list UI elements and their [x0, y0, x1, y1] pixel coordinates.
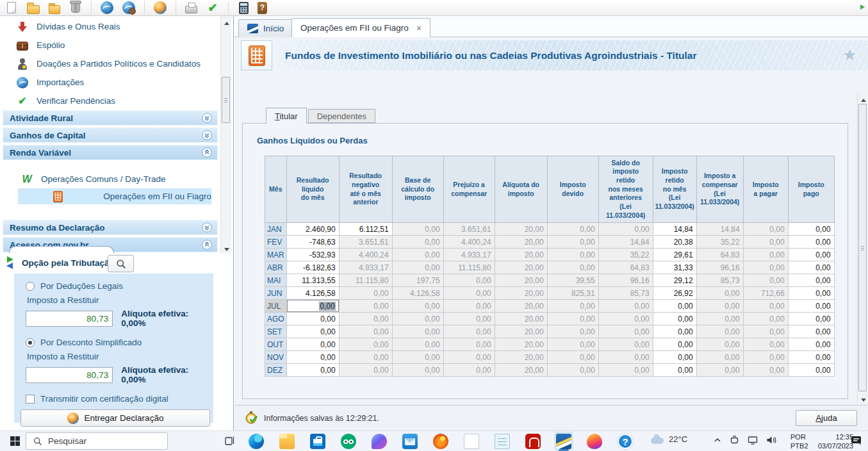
value-cell[interactable]: 0,00	[286, 351, 339, 364]
value-cell[interactable]: 0,00	[788, 287, 834, 300]
certificate-checkbox[interactable]	[26, 395, 35, 404]
value-cell[interactable]: 0,00	[788, 351, 834, 364]
value-cell[interactable]: -6.182,63	[286, 261, 339, 274]
value-cell[interactable]: 0,00	[788, 261, 834, 274]
tray-chevron-up-icon[interactable]	[714, 436, 721, 444]
sidebar-item[interactable]: Dívidas e Onus Reais	[0, 17, 220, 36]
chevron-down-icon[interactable]	[202, 130, 212, 140]
volume-icon[interactable]	[766, 436, 777, 445]
imposto-restituir-field[interactable]: 80,73	[26, 367, 113, 383]
taskbar-app-edge[interactable]	[247, 432, 266, 451]
tray-device-icon[interactable]	[730, 435, 739, 445]
taskbar-app-designer[interactable]	[370, 432, 389, 451]
language-indicator[interactable]: POR PTB2	[790, 433, 808, 451]
certificate-checkbox-row[interactable]: Transmitir com certificação digital	[26, 394, 213, 404]
tab-inicio[interactable]: Início	[238, 19, 293, 37]
value-cell[interactable]: 31,33	[653, 261, 696, 274]
value-cell[interactable]: 0,00	[286, 325, 339, 338]
value-cell[interactable]: -748,63	[286, 236, 339, 249]
value-cell[interactable]: 0,00	[788, 325, 834, 338]
main-scrollbar[interactable]	[857, 93, 868, 404]
taskbar-app-firefox[interactable]	[431, 432, 450, 451]
chevron-up-icon[interactable]	[202, 147, 212, 158]
scroll-down-arrow-icon[interactable]	[858, 394, 867, 404]
value-cell[interactable]: 26,92	[653, 287, 696, 300]
weather-widget[interactable]: 22°C	[651, 434, 687, 444]
value-cell[interactable]: 6.112,51	[339, 223, 392, 236]
value-cell[interactable]: 2.460,90	[286, 223, 339, 236]
value-cell[interactable]: 0,00	[788, 364, 834, 377]
value-cell[interactable]: 11.313,55	[286, 274, 339, 287]
taskbar-app-notepad[interactable]	[493, 432, 512, 451]
sidebar-scrollbar[interactable]	[220, 16, 231, 253]
value-cell[interactable]: 0,00	[788, 236, 834, 249]
tributacao-search-button[interactable]	[108, 255, 134, 272]
scroll-down-arrow-icon[interactable]	[222, 243, 231, 253]
value-cell[interactable]: 14,84	[653, 223, 696, 236]
value-cell[interactable]: 0,00	[653, 351, 696, 364]
value-cell[interactable]: 0,00	[286, 338, 339, 351]
task-view-button[interactable]	[225, 436, 236, 448]
value-cell[interactable]: 0,00	[653, 364, 696, 377]
tab-operacoes-fii[interactable]: Operações em FII ou Fiagro ×	[291, 18, 430, 37]
value-cell[interactable]: -532,93	[286, 249, 339, 261]
folder-icon[interactable]	[49, 5, 60, 14]
value-cell[interactable]: 0,00	[286, 300, 339, 313]
receita-online-icon[interactable]	[101, 1, 113, 14]
value-cell[interactable]: 0,00	[788, 274, 834, 287]
chevron-up-icon[interactable]	[202, 240, 212, 250]
value-cell[interactable]: 0,00	[653, 300, 696, 313]
value-cell[interactable]: 29,12	[653, 274, 696, 287]
sidebar-item[interactable]: ✔Verificar Pendências	[0, 92, 220, 110]
tab-titular[interactable]: Titular	[266, 108, 307, 124]
star-icon[interactable]: ★	[842, 46, 856, 64]
sidebar-item[interactable]: Espólio	[0, 36, 220, 54]
scroll-up-arrow-icon[interactable]	[858, 93, 867, 102]
chevron-down-icon[interactable]	[202, 113, 212, 123]
ajuda-button[interactable]: Ajuda	[796, 410, 857, 426]
value-cell[interactable]: 0,00	[788, 313, 834, 325]
taskbar-app-document[interactable]	[462, 432, 481, 451]
calculator-icon[interactable]	[239, 2, 249, 14]
taskbar-app-mail[interactable]	[400, 432, 420, 451]
sidebar-section-header[interactable]: Renda Variável	[3, 145, 218, 160]
sidebar-item[interactable]: WOperações Comuns / Day-Trade	[18, 171, 211, 187]
radio-button[interactable]	[26, 338, 35, 347]
value-cell[interactable]: 0,00	[788, 249, 834, 261]
taskbar-app-receita-irpf[interactable]	[554, 432, 573, 451]
imposto-restituir-field[interactable]: 80,73	[26, 311, 113, 327]
scroll-up-arrow-icon[interactable]	[222, 16, 231, 26]
radio-row[interactable]: Por Desconto Simplificado	[26, 338, 213, 347]
check-icon[interactable]: ✔	[206, 1, 219, 14]
transmit-globe-icon[interactable]	[154, 1, 167, 14]
value-cell[interactable]: 0,00	[653, 313, 696, 325]
value-cell[interactable]: 0,00	[788, 223, 834, 236]
taskbar-app-help[interactable]: ?	[616, 432, 635, 451]
new-document-icon[interactable]	[7, 2, 16, 13]
radio-button[interactable]	[26, 282, 35, 291]
value-cell[interactable]: 20,38	[653, 236, 696, 249]
chevron-down-icon[interactable]	[202, 222, 212, 233]
sidebar-section-header[interactable]: Atividade Rural	[3, 110, 218, 126]
value-cell[interactable]: 0,00	[788, 300, 834, 313]
open-folder-icon[interactable]	[27, 5, 40, 14]
taskbar-app-paint-flame[interactable]	[585, 432, 604, 451]
receita-import-icon[interactable]	[122, 1, 135, 14]
tab-dependentes[interactable]: Dependentes	[308, 109, 375, 123]
notification-center-button[interactable]	[851, 436, 862, 447]
taskbar-app-file-explorer[interactable]	[277, 432, 297, 451]
taskbar-app-microsoft-store[interactable]	[308, 432, 327, 451]
value-cell[interactable]: 29,61	[653, 249, 696, 261]
sidebar-item[interactable]: Operações em FII ou Fiagro	[18, 188, 211, 204]
sidebar-item[interactable]: Importações	[0, 73, 220, 92]
value-cell[interactable]: 0,00	[286, 364, 339, 377]
value-cell[interactable]: 4.126,58	[286, 287, 339, 300]
entregar-declaracao-button[interactable]: Entregar Declaração	[20, 409, 210, 427]
value-cell[interactable]: 0,00	[653, 338, 696, 351]
sidebar-item[interactable]: Doações a Partidos Políticos e Candidato…	[0, 54, 220, 73]
value-cell[interactable]: 0,00	[286, 313, 339, 325]
value-cell[interactable]: 0,00	[788, 338, 834, 351]
radio-row[interactable]: Por Deduções Legais	[26, 281, 213, 291]
taskbar-app-acrobat[interactable]	[523, 432, 543, 451]
trash-icon[interactable]	[71, 3, 80, 13]
